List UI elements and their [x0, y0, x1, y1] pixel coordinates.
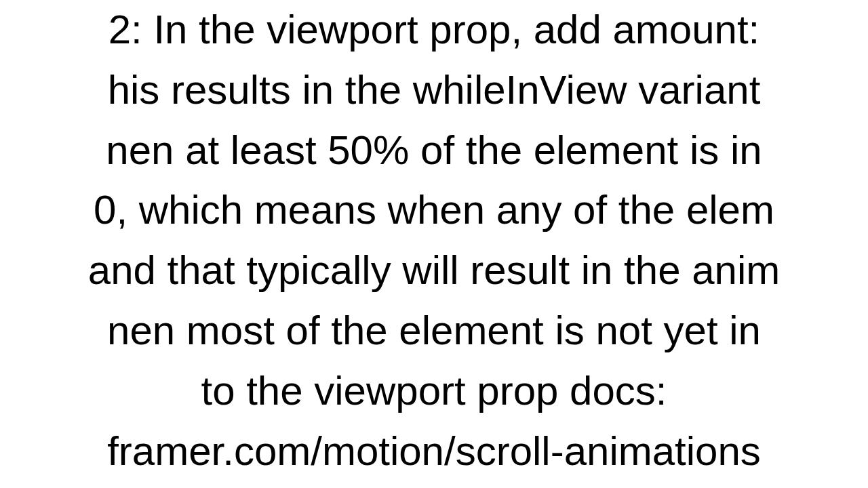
text-line-5: and that typically will result in the an… — [0, 241, 868, 301]
text-line-1: 2: In the viewport prop, add amount: — [0, 0, 868, 60]
text-line-7: to the viewport prop docs: — [0, 361, 868, 422]
text-line-3: nen at least 50% of the element is in — [0, 121, 868, 181]
text-line-8: framer.com/motion/scroll-animations — [0, 422, 868, 482]
text-line-2: his results in the whileInView variant — [0, 60, 868, 121]
text-line-4: 0, which means when any of the elem — [0, 180, 868, 241]
text-line-6: nen most of the element is not yet in — [0, 301, 868, 361]
document-text-block: 2: In the viewport prop, add amount: his… — [0, 0, 868, 481]
